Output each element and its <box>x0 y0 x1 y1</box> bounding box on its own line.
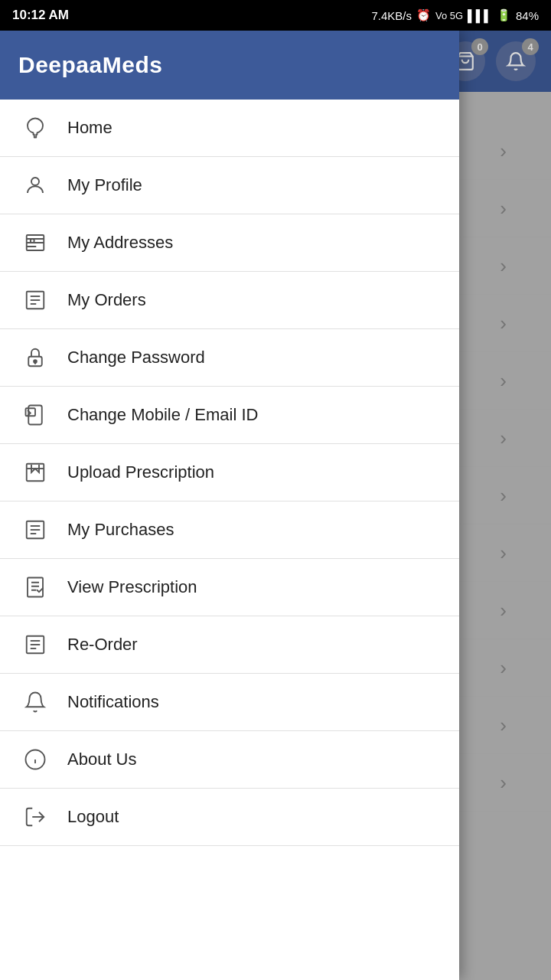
upload-icon <box>18 456 52 489</box>
menu-label-re-order: Re-Order <box>67 635 138 655</box>
bell-icon <box>18 685 52 719</box>
purchases-icon <box>18 513 52 547</box>
menu-item-view-prescription[interactable]: View Prescription <box>0 559 459 616</box>
view-prescription-icon <box>18 570 52 604</box>
status-bar: 10:12 AM 7.4KB/s ⏰ Vo 5G ▌▌▌ 🔋 84% <box>0 0 551 31</box>
info-icon <box>18 743 52 776</box>
menu-label-my-profile: My Profile <box>67 175 142 195</box>
menu-label-view-prescription: View Prescription <box>67 577 197 597</box>
menu-label-change-mobile-email: Change Mobile / Email ID <box>67 405 258 425</box>
menu-item-my-orders[interactable]: My Orders <box>0 272 459 329</box>
svg-rect-19 <box>28 578 43 597</box>
menu-label-my-orders: My Orders <box>67 290 146 310</box>
status-right: 7.4KB/s ⏰ Vo 5G ▌▌▌ 🔋 84% <box>371 8 539 22</box>
svg-point-1 <box>31 178 39 185</box>
sim-icon: Vo 5G <box>435 10 463 21</box>
menu-item-upload-prescription[interactable]: Upload Prescription <box>0 444 459 501</box>
clock-icon: ⏰ <box>416 8 431 22</box>
svg-point-9 <box>34 360 37 363</box>
menu-label-change-password: Change Password <box>67 348 205 368</box>
network-speed: 7.4KB/s <box>371 9 412 22</box>
svg-rect-13 <box>27 464 44 482</box>
menu-item-my-purchases[interactable]: My Purchases <box>0 501 459 559</box>
menu-item-change-password[interactable]: Change Password <box>0 329 459 387</box>
menu-label-about-us: About Us <box>67 750 137 769</box>
menu-item-my-profile[interactable]: My Profile <box>0 157 459 214</box>
menu-label-my-addresses: My Addresses <box>67 233 173 253</box>
menu-label-upload-prescription: Upload Prescription <box>67 462 214 482</box>
profile-icon <box>18 168 52 202</box>
menu-item-my-addresses[interactable]: My Addresses <box>0 214 459 272</box>
time: 10:12 AM <box>12 8 69 23</box>
reorder-icon <box>18 628 52 662</box>
menu-label-home: Home <box>67 118 112 138</box>
orders-icon <box>18 283 52 317</box>
menu-item-logout[interactable]: Logout <box>0 789 459 846</box>
home-icon <box>18 111 52 145</box>
menu-item-home[interactable]: Home <box>0 100 459 157</box>
mobile-email-icon <box>18 398 52 432</box>
menu-label-my-purchases: My Purchases <box>67 520 174 540</box>
addresses-icon <box>18 226 52 260</box>
signal-icon: ▌▌▌ <box>468 9 492 22</box>
drawer-menu: Home My Profile My Addresses <box>0 100 459 980</box>
menu-item-change-mobile-email[interactable]: Change Mobile / Email ID <box>0 387 459 444</box>
navigation-drawer: DeepaaMeds Home My Profile <box>0 31 459 980</box>
drawer-header: DeepaaMeds <box>0 31 459 100</box>
battery-icon: 🔋 <box>497 8 511 22</box>
menu-item-notifications[interactable]: Notifications <box>0 674 459 731</box>
battery-percent: 84% <box>516 9 539 22</box>
menu-item-re-order[interactable]: Re-Order <box>0 616 459 674</box>
drawer-title: DeepaaMeds <box>18 52 162 78</box>
lock-icon <box>18 341 52 374</box>
menu-label-notifications: Notifications <box>67 692 159 712</box>
menu-label-logout: Logout <box>67 807 119 827</box>
menu-item-about-us[interactable]: About Us <box>0 731 459 789</box>
drawer-overlay[interactable]: DeepaaMeds Home My Profile <box>0 31 551 980</box>
logout-icon <box>18 800 52 834</box>
